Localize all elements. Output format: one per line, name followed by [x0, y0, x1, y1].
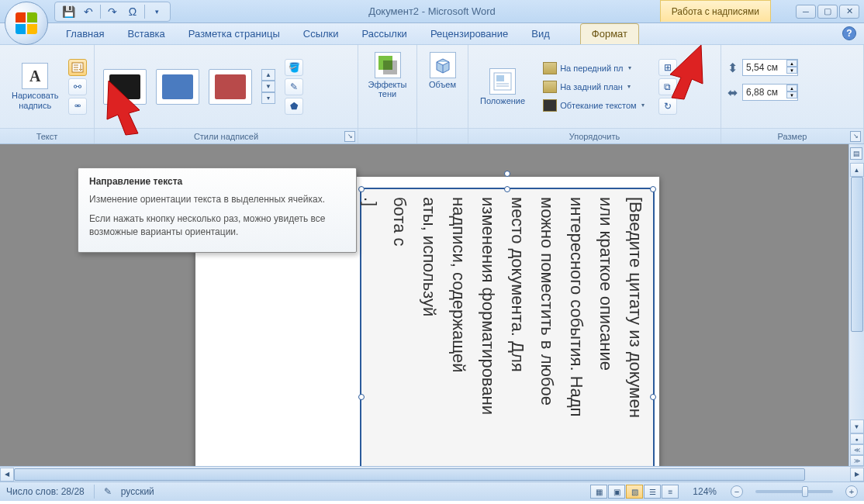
scroll-left-button[interactable]: ◀ [0, 468, 14, 482]
3d-label: Объем [429, 80, 456, 89]
shadow-effects-button[interactable]: Эффекты тени [363, 48, 413, 102]
word-count[interactable]: Число слов: 28/28 [6, 486, 85, 497]
vscroll-thumb[interactable] [851, 177, 863, 332]
save-icon[interactable]: 💾 [60, 4, 77, 19]
svg-rect-5 [496, 75, 504, 81]
rotate-icon: ↻ [664, 101, 672, 112]
redo-icon[interactable]: ↷ [104, 4, 121, 19]
tooltip-title: Направление текста [89, 176, 345, 187]
proofing-icon[interactable]: ✎ [104, 486, 112, 497]
group-shadow-label [358, 128, 416, 143]
view-outline-button[interactable]: ☰ [644, 485, 661, 499]
tooltip-text-direction: Направление текста Изменение ориентации … [78, 167, 357, 253]
outline-icon: ✎ [290, 81, 298, 92]
minimize-button[interactable]: ─ [796, 5, 816, 19]
tooltip-p1: Изменение ориентации текста в выделенных… [89, 193, 345, 206]
textbox-line-4: можно поместить в любое [538, 197, 555, 482]
scroll-up-button[interactable]: ▲ [850, 163, 864, 177]
handle-r[interactable] [650, 394, 656, 400]
tooltip-p2: Если нажать кнопку несколько раз, можно … [89, 212, 345, 239]
height-up-button[interactable]: ▲ [786, 60, 797, 67]
office-button[interactable] [5, 2, 48, 45]
width-up-button[interactable]: ▲ [786, 85, 797, 91]
handle-rotate[interactable] [504, 171, 510, 177]
scroll-right-button[interactable]: ▶ [850, 468, 864, 482]
qat-customize-icon[interactable]: ▾ [148, 4, 165, 19]
width-down-button[interactable]: ▼ [786, 91, 797, 98]
view-print-layout-button[interactable]: ▦ [590, 485, 607, 499]
textbox-line-2: или краткое описание [597, 197, 614, 482]
group-size: ⬍ ▲▼ ⬌ ▲▼ Размер ↘ [721, 45, 864, 143]
tab-format[interactable]: Формат [580, 23, 639, 44]
tab-review[interactable]: Рецензирование [419, 23, 520, 44]
link-icon: ⚯ [74, 81, 81, 92]
styles-launcher-button[interactable]: ↘ [344, 131, 355, 142]
position-label: Положение [480, 96, 525, 105]
handle-t[interactable] [504, 186, 510, 192]
handle-tl[interactable] [358, 186, 365, 192]
ruler-toggle-icon[interactable]: ▤ [850, 147, 862, 160]
help-icon[interactable]: ? [842, 26, 856, 40]
scroll-down-button[interactable]: ▼ [850, 419, 864, 433]
cube-icon [430, 52, 456, 78]
tab-home[interactable]: Главная [54, 23, 116, 44]
3d-effects-button[interactable]: Объем [423, 48, 461, 93]
size-launcher-button[interactable]: ↘ [850, 131, 861, 142]
view-draft-button[interactable]: ≡ [662, 485, 679, 499]
shape-fill-button[interactable]: 🪣 [285, 59, 303, 76]
textbox-selected[interactable]: [Введите цитату из докумен или краткое о… [360, 188, 655, 482]
height-down-button[interactable]: ▼ [786, 67, 797, 74]
maximize-button[interactable]: ▢ [817, 5, 838, 19]
prev-page-button[interactable]: ≪ [850, 444, 864, 455]
textbox-line-8: аты, используй [420, 197, 437, 482]
tab-mailings[interactable]: Рассылки [351, 23, 419, 44]
tab-insert[interactable]: Вставка [116, 23, 176, 44]
height-icon: ⬍ [727, 60, 738, 75]
style-swatch-3[interactable] [209, 69, 252, 105]
change-shape-icon: ⬟ [290, 101, 298, 112]
zoom-value[interactable]: 124% [693, 486, 717, 497]
text-direction-button[interactable] [68, 59, 87, 76]
style-swatch-2[interactable] [156, 69, 199, 105]
zoom-slider-knob[interactable] [802, 486, 808, 497]
undo-icon[interactable]: ↶ [80, 4, 97, 19]
group-3d: Объем [417, 45, 468, 143]
statusbar: Число слов: 28/28 ✎ русский ▦ ▣ ▧ ☰ ≡ 12… [0, 482, 864, 501]
tab-view[interactable]: Вид [520, 23, 562, 44]
office-logo-icon [16, 12, 37, 34]
horizontal-scrollbar[interactable]: ◀ ▶ [0, 466, 864, 482]
tab-pagelayout[interactable]: Разметка страницы [177, 23, 292, 44]
send-back-button[interactable]: На задний план▾ [540, 79, 648, 95]
next-page-button[interactable]: ≫ [850, 455, 864, 466]
vertical-scrollbar[interactable]: ▤ ▲ ▼ ● ≪ ≫ [848, 144, 864, 482]
gallery-down-button[interactable]: ▼ [261, 81, 275, 92]
zoom-slider[interactable] [755, 490, 833, 493]
group-text-label: Текст [0, 128, 94, 143]
view-web-layout-button[interactable]: ▧ [626, 485, 643, 499]
view-full-reading-button[interactable]: ▣ [608, 485, 625, 499]
zoom-out-button[interactable]: − [731, 485, 743, 498]
create-link-button[interactable]: ⚯ [68, 78, 87, 95]
text-wrap-button[interactable]: Обтекание текстом▾ [540, 98, 648, 113]
tab-references[interactable]: Ссылки [292, 23, 351, 44]
handle-tr[interactable] [650, 186, 656, 192]
position-button[interactable]: Положение [475, 64, 530, 109]
browse-object-button[interactable]: ● [850, 433, 864, 444]
language-label[interactable]: русский [121, 486, 154, 497]
bring-front-button[interactable]: На передний пл▾ [540, 60, 648, 76]
group-arrange-label: Упорядочить [468, 128, 721, 143]
zoom-in-button[interactable]: + [845, 485, 858, 498]
break-link-icon: ⚮ [74, 102, 81, 110]
break-link-button[interactable]: ⚮ [68, 98, 87, 115]
group-text: A Нарисовать надпись ⚯ ⚮ Текст [0, 45, 95, 143]
shape-outline-button[interactable]: ✎ [285, 78, 303, 95]
change-shape-button[interactable]: ⬟ [285, 98, 303, 115]
window-controls: ─ ▢ ✕ [796, 5, 859, 19]
gallery-more-button[interactable]: ▾ [261, 92, 275, 104]
draw-textbox-button[interactable]: A Нарисовать надпись [6, 59, 64, 113]
hscroll-thumb[interactable] [14, 468, 805, 481]
contextual-tab-label: Работа с надписями [660, 0, 771, 22]
gallery-up-button[interactable]: ▲ [261, 69, 275, 81]
symbol-icon[interactable]: Ω [124, 4, 141, 19]
close-button[interactable]: ✕ [839, 5, 859, 19]
